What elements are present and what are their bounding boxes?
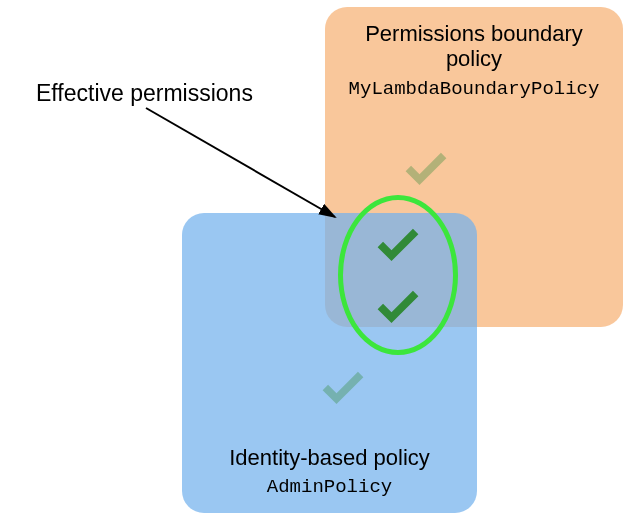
permissions-boundary-code: MyLambdaBoundaryPolicy bbox=[325, 78, 623, 100]
permissions-boundary-title: Permissions boundary policy bbox=[325, 21, 623, 72]
identity-based-title: Identity-based policy bbox=[182, 445, 477, 470]
permissions-boundary-title-line1: Permissions boundary bbox=[365, 21, 583, 46]
identity-based-code: AdminPolicy bbox=[182, 476, 477, 498]
permissions-boundary-title-line2: policy bbox=[446, 46, 502, 71]
checkmark-faded-top-icon bbox=[400, 143, 452, 195]
svg-line-0 bbox=[146, 108, 335, 217]
checkmark-solid-1-icon bbox=[372, 219, 424, 271]
checkmark-solid-2-icon bbox=[372, 281, 424, 333]
checkmark-faded-bottom-icon bbox=[317, 362, 369, 414]
effective-permissions-label: Effective permissions bbox=[36, 80, 253, 107]
